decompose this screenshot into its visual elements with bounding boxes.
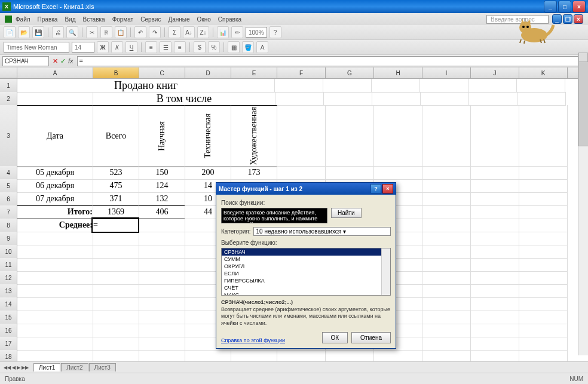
redo-button[interactable]: ↷ — [149, 26, 161, 38]
cell[interactable]: 406 — [139, 205, 185, 219]
menu-window[interactable]: Окно — [197, 16, 211, 23]
cell[interactable]: В том числе — [93, 92, 275, 106]
cell[interactable] — [139, 350, 185, 361]
category-select[interactable]: 10 недавно использовавшихся ▾ — [253, 227, 391, 236]
menu-edit[interactable]: Правка — [38, 16, 58, 23]
cell[interactable] — [93, 324, 139, 337]
cell[interactable] — [326, 166, 374, 180]
cell[interactable] — [471, 311, 519, 324]
doc-restore-button[interactable]: ❐ — [563, 14, 572, 24]
find-button[interactable]: Найти — [331, 208, 362, 218]
cell[interactable] — [139, 258, 185, 272]
align-center-button[interactable]: ☰ — [160, 41, 172, 53]
col-header-C[interactable]: C — [139, 67, 185, 78]
cell[interactable] — [277, 166, 326, 180]
cell[interactable]: 173 — [231, 166, 277, 180]
fontsize-combo[interactable]: 14 — [72, 42, 94, 53]
menu-tools[interactable]: Сервис — [140, 16, 161, 23]
cell[interactable] — [471, 297, 519, 311]
col-header-A[interactable]: A — [17, 67, 93, 78]
col-header-J[interactable]: J — [471, 67, 519, 78]
enter-formula-icon[interactable]: ✓ — [60, 57, 66, 65]
cell[interactable] — [93, 232, 139, 245]
underline-button[interactable]: Ч — [125, 41, 137, 53]
row-header[interactable]: 1 — [0, 79, 17, 93]
cell[interactable] — [422, 271, 471, 285]
list-item[interactable]: ОКРУГЛ — [222, 263, 390, 270]
col-header-D[interactable]: D — [185, 67, 231, 78]
font-color-button[interactable]: A — [256, 41, 268, 53]
cell[interactable]: 523 — [93, 166, 139, 180]
cell[interactable] — [469, 92, 517, 106]
borders-button[interactable]: ▦ — [228, 41, 240, 53]
cell[interactable] — [519, 284, 568, 298]
cell[interactable] — [519, 166, 568, 180]
cell[interactable] — [422, 311, 471, 324]
cell[interactable] — [374, 350, 422, 361]
col-header-H[interactable]: H — [374, 67, 422, 78]
font-combo[interactable]: Times New Roman — [4, 42, 69, 53]
cell[interactable] — [422, 105, 471, 167]
help-search-input[interactable]: Введите вопрос — [486, 15, 549, 24]
currency-button[interactable]: $ — [194, 41, 206, 53]
align-right-button[interactable]: ≡ — [174, 41, 186, 53]
cell[interactable] — [519, 219, 568, 232]
list-item[interactable]: СУММ — [222, 256, 390, 263]
save-button[interactable]: 💾 — [32, 26, 44, 38]
cell[interactable] — [471, 350, 519, 361]
preview-button[interactable]: 🔍 — [66, 26, 78, 38]
scroll-up-icon[interactable] — [578, 53, 588, 62]
cell[interactable] — [517, 92, 566, 106]
cell[interactable] — [517, 79, 565, 93]
vertical-scrollbar[interactable] — [578, 53, 588, 355]
cell[interactable] — [519, 179, 568, 193]
cut-button[interactable]: ✂ — [86, 26, 98, 38]
row-header[interactable]: 15 — [0, 311, 17, 324]
listbox-scrollbar[interactable] — [381, 248, 390, 295]
cell[interactable] — [471, 179, 519, 193]
cell[interactable] — [139, 337, 185, 351]
tab-sheet3[interactable]: Лист3 — [89, 363, 116, 371]
cell[interactable] — [519, 350, 568, 361]
cell[interactable] — [422, 232, 471, 245]
name-box[interactable]: СРЗНАЧ — [2, 56, 49, 66]
dialog-title-bar[interactable]: Мастер функций - шаг 1 из 2 ? × — [216, 183, 396, 195]
cell[interactable] — [471, 219, 519, 232]
maximize-button[interactable]: □ — [558, 1, 571, 13]
cell[interactable]: Продано книг — [17, 79, 275, 93]
cell[interactable] — [139, 245, 185, 259]
cell[interactable] — [374, 166, 422, 180]
cell[interactable] — [139, 219, 185, 232]
cell[interactable] — [422, 219, 471, 232]
col-header-F[interactable]: F — [277, 67, 326, 78]
cell[interactable] — [93, 311, 139, 324]
cell[interactable] — [422, 179, 471, 193]
cell[interactable] — [17, 271, 93, 285]
row-header[interactable]: 4 — [0, 166, 17, 180]
cell[interactable] — [326, 105, 374, 167]
tab-nav-next[interactable]: ▶ — [17, 365, 20, 370]
cell[interactable] — [139, 284, 185, 298]
tab-nav-last[interactable]: ▶▶ — [22, 365, 29, 370]
cell[interactable] — [422, 205, 471, 219]
row-header[interactable]: 18 — [0, 350, 17, 361]
row-header[interactable]: 2 — [0, 92, 17, 106]
cell[interactable] — [471, 205, 519, 219]
cell[interactable] — [324, 92, 372, 106]
cell[interactable] — [471, 192, 519, 206]
cell[interactable] — [277, 105, 326, 167]
cell[interactable] — [519, 258, 568, 272]
row-header[interactable]: 14 — [0, 297, 17, 311]
cell[interactable] — [471, 258, 519, 272]
cell[interactable] — [93, 297, 139, 311]
cell[interactable] — [519, 245, 568, 259]
cancel-formula-icon[interactable]: ✕ — [53, 57, 58, 65]
cell[interactable] — [93, 350, 139, 361]
dialog-close-button[interactable]: × — [382, 184, 393, 193]
row-header[interactable]: 16 — [0, 324, 17, 337]
cell[interactable] — [93, 245, 139, 259]
cell[interactable] — [17, 232, 93, 245]
help-button[interactable]: ? — [270, 26, 281, 38]
menu-data[interactable]: Данные — [168, 16, 189, 23]
function-listbox[interactable]: СРЗНАЧ СУММ ОКРУГЛ ЕСЛИ ГИПЕРССЫЛКА СЧЁТ… — [221, 248, 391, 296]
